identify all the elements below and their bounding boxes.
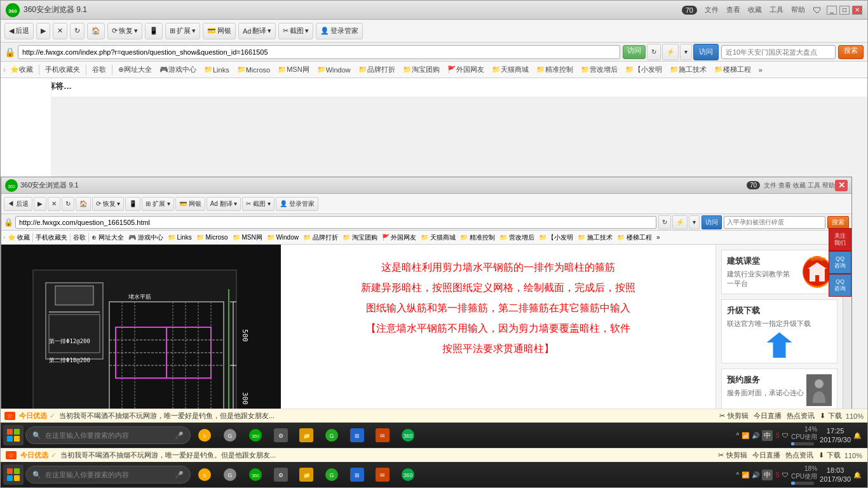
inner-bm-stair[interactable]: 📁 楼梯工程 xyxy=(615,233,654,242)
visit-button-outer[interactable]: 访问 xyxy=(623,45,646,59)
taskbar-app-2g[interactable]: ⊞ xyxy=(345,463,369,487)
refresh-button[interactable]: ✕ xyxy=(53,23,67,39)
inner-bm-brand[interactable]: 📁 品牌打折 xyxy=(301,233,340,242)
taskbar-app-2e[interactable]: 📁 xyxy=(294,463,318,487)
menu-favorites[interactable]: 收藏 xyxy=(745,5,764,15)
inner-search-input[interactable] xyxy=(724,216,825,229)
inner-refresh-icon[interactable]: ↻ xyxy=(658,215,671,229)
bm-more[interactable]: » xyxy=(756,64,766,76)
tray-arrow-icon-1[interactable]: ^ xyxy=(736,432,740,439)
inner-home-btn[interactable]: 🏠 xyxy=(76,197,91,211)
bm-stair[interactable]: 📁 楼梯工程 xyxy=(711,64,754,76)
taskbar-app-2d[interactable]: ⚙ xyxy=(269,463,293,487)
extend-button[interactable]: ⊞ 扩展 ▾ xyxy=(165,23,200,39)
outer-clip-icon[interactable]: ✂ xyxy=(719,412,725,420)
inner-bm-ms[interactable]: 📁 Microso xyxy=(194,234,230,241)
taskbar-app-1g[interactable]: ⊞ xyxy=(345,423,369,447)
bm-google[interactable]: 谷歌 xyxy=(89,64,109,76)
taskbar-app-2b[interactable]: G xyxy=(218,463,242,487)
inner-bm-tmall[interactable]: 📁 天猫商城 xyxy=(419,233,458,242)
inner-extend-btn[interactable]: ⊞ 扩展 ▾ xyxy=(142,197,174,211)
inner-screenshot-btn[interactable]: ✂ 截图 ▾ xyxy=(242,197,275,211)
outer-search-button[interactable]: 搜索 xyxy=(838,45,864,59)
inner-bm-invent[interactable]: 📁 【小发明 xyxy=(537,233,576,242)
close-button[interactable]: ✕ xyxy=(852,6,862,15)
win-search-box-1[interactable]: 🔍 在这里输入你要搜索的内容 🎤 xyxy=(25,426,191,444)
netbank-button[interactable]: 💳 网银 xyxy=(203,23,236,39)
inner-bm-constr[interactable]: 📁 施工技术 xyxy=(576,233,614,242)
inner-bm-more[interactable]: » xyxy=(654,234,662,241)
visit-btn-blue[interactable]: 访问 xyxy=(693,44,719,60)
inner-bm-game[interactable]: 🎮 游戏中心 xyxy=(126,233,165,242)
notification-icon-1[interactable]: 🔔 xyxy=(853,432,861,439)
menu-help[interactable]: 帮助 xyxy=(789,5,808,15)
inner-menu-view[interactable]: 查看 xyxy=(778,181,791,190)
inner-refresh-btn[interactable]: ↻ xyxy=(62,197,74,211)
second-clip-lbl[interactable]: 快剪辑 xyxy=(726,451,747,460)
bm-msn[interactable]: 📁 MSN网 xyxy=(275,64,312,76)
bm-foreign[interactable]: 🚩 外国网友 xyxy=(444,64,487,76)
second-dl-icon[interactable]: ⬇ xyxy=(818,451,824,459)
inner-bm-mobile[interactable]: 手机收藏夹 xyxy=(34,233,69,242)
win-search-box-2[interactable]: 🔍 在这里输入你要搜索的内容 🎤 xyxy=(25,466,191,484)
inner-dropdown[interactable]: ▾ xyxy=(689,215,700,229)
taskbar-app-2f[interactable]: G xyxy=(320,463,344,487)
reload-button[interactable]: ↻ xyxy=(70,23,85,39)
taskbar-app-1e[interactable]: 📁 xyxy=(294,423,318,447)
taskbar-app-1h[interactable]: ✉ xyxy=(370,423,395,447)
taskbar-browser-icon-1[interactable]: 360 xyxy=(243,423,268,447)
inner-address-input[interactable] xyxy=(15,216,656,229)
qq-consult-btn1[interactable]: QQ咨询 xyxy=(829,251,843,274)
menu-tools[interactable]: 工具 xyxy=(767,5,786,15)
qq-consult-btn2[interactable]: QQ咨询 xyxy=(829,274,843,297)
outer-clip-label[interactable]: 快剪辑 xyxy=(728,411,749,421)
notification-2[interactable]: 🔔 xyxy=(853,471,861,478)
minimize-button[interactable]: _ xyxy=(827,6,837,15)
bm-ms[interactable]: 📁 Microso xyxy=(234,64,274,76)
outer-search-input[interactable] xyxy=(721,45,836,59)
inner-bm-url[interactable]: ⊕ 网址大全 xyxy=(90,233,126,242)
bolt-icon[interactable]: ⚡ xyxy=(662,44,679,60)
second-live-lbl[interactable]: 今日直播 xyxy=(752,451,780,460)
taskbar-app-1a[interactable]: S xyxy=(193,423,217,447)
inner-translate-btn[interactable]: Ad 翻译 ▾ xyxy=(207,197,241,211)
bm-star-icon[interactable]: ⭐ 收藏 xyxy=(7,64,36,76)
tray-arrow-2[interactable]: ^ xyxy=(736,471,740,478)
restore-button[interactable]: ⟳ 恢复 ▾ xyxy=(107,23,142,39)
taskbar-app-1b[interactable]: G xyxy=(218,423,242,447)
second-dl-lbl[interactable]: 下载 xyxy=(827,451,841,460)
follow-us-btn[interactable]: 关注我们 xyxy=(829,245,843,251)
inner-bm-google[interactable]: 谷歌 xyxy=(71,233,88,242)
bm-constr[interactable]: 📁 施工技术 xyxy=(667,64,710,76)
menu-file[interactable]: 文件 xyxy=(702,5,721,15)
inner-menu-tools[interactable]: 工具 xyxy=(808,181,820,190)
upload-arrow-icon[interactable] xyxy=(767,332,792,358)
bm-toggle-icon[interactable]: › xyxy=(3,65,6,74)
inner-menu-file[interactable]: 文件 xyxy=(764,181,776,190)
taskbar-app-2a[interactable]: S xyxy=(193,463,217,487)
inner-menu-help[interactable]: 帮助 xyxy=(822,181,835,190)
taskbar-app-2i[interactable]: 360 xyxy=(396,463,420,487)
inner-login-btn[interactable]: 👤 登录管家 xyxy=(276,197,318,211)
bm-brand[interactable]: 📁 品牌打折 xyxy=(355,64,398,76)
bm-links[interactable]: 📁 Links xyxy=(201,64,233,76)
inner-bm-foreign[interactable]: 🚩 外国网友 xyxy=(380,233,419,242)
inner-restore-btn[interactable]: ⟳ 恢复 ▾ xyxy=(92,197,125,211)
inner-visit-btn[interactable]: 访问 xyxy=(702,215,722,229)
outer-hot-label[interactable]: 热点资讯 xyxy=(787,411,815,421)
inner-menu-fav[interactable]: 收藏 xyxy=(793,181,806,190)
bm-win[interactable]: 📁 Window xyxy=(314,64,354,76)
outer-address-input[interactable] xyxy=(18,45,620,59)
win-start-button-1[interactable] xyxy=(3,425,24,445)
forward-button[interactable]: ▶ xyxy=(36,23,50,39)
dropdown-btn[interactable]: ▾ xyxy=(680,44,692,60)
translate-button[interactable]: Ad 翻译 ▾ xyxy=(238,23,276,39)
inner-bm-star[interactable]: ⭐ 收藏 xyxy=(6,233,32,242)
inner-close-button[interactable]: ✕ xyxy=(835,180,848,191)
win-start-button-2[interactable] xyxy=(3,464,24,485)
maximize-button[interactable]: □ xyxy=(839,6,850,15)
login-button[interactable]: 👤 登录管家 xyxy=(316,23,363,39)
inner-bm-msn[interactable]: 📁 MSN网 xyxy=(231,233,264,242)
taskbar-app-1f[interactable]: G xyxy=(320,423,344,447)
inner-back-btn[interactable]: ◀ 后退 xyxy=(4,197,32,211)
